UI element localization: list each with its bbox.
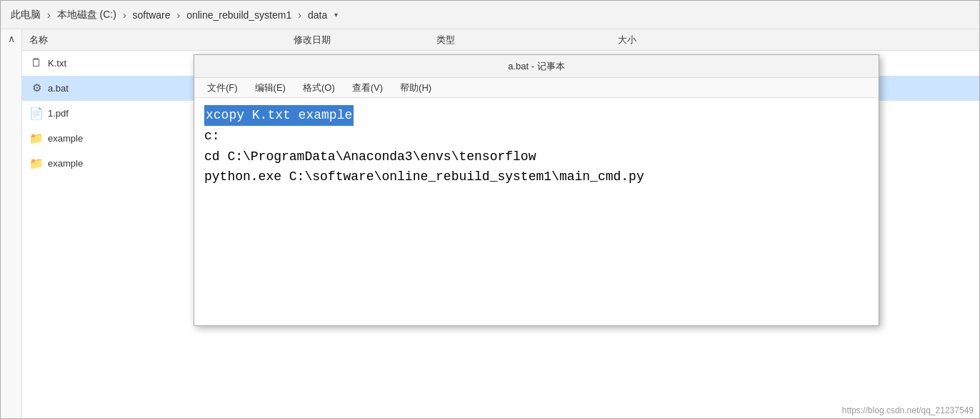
menu-item-view[interactable]: 查看(V): [345, 79, 390, 97]
notepad-window: a.bat - 记事本 文件(F) 编辑(E) 格式(O) 查看(V) 帮助(H…: [194, 54, 879, 326]
file-name-abat: a.bat: [48, 83, 69, 94]
menu-item-file[interactable]: 文件(F): [200, 79, 245, 97]
breadcrumb-sep-2: ›: [123, 9, 126, 21]
breadcrumb-sep-3: ›: [176, 9, 180, 21]
breadcrumb-data[interactable]: data: [305, 8, 330, 22]
main-area: ∧ 名称 修改日期 类型 大小 🗒 K.txt 2020/2/7 10:49: [1, 29, 979, 418]
bat-file-icon: ⚙: [29, 81, 44, 95]
content-line4: python.exe C:\software\online_rebuild_sy…: [204, 169, 644, 184]
col-header-size[interactable]: 大小: [579, 34, 651, 46]
breadcrumb-bar: 此电脑 › 本地磁盘 (C:) › software › online_rebu…: [1, 1, 979, 29]
folder-icon-1: 📁: [29, 131, 44, 145]
menu-item-edit[interactable]: 编辑(E): [248, 79, 293, 97]
watermark: https://blog.csdn.net/qq_21237549: [842, 405, 974, 415]
menu-item-format[interactable]: 格式(O): [296, 79, 342, 97]
pdf-file-icon: 📄: [29, 106, 44, 120]
notepad-content[interactable]: xcopy K.txt example c: cd C:\ProgramData…: [194, 98, 879, 325]
highlighted-line: xcopy K.txt example: [204, 105, 354, 126]
content-line3: cd C:\ProgramData\Anaconda3\envs\tensorf…: [204, 149, 536, 164]
file-name-example1: example: [48, 133, 83, 144]
file-name-1pdf: 1.pdf: [48, 108, 69, 119]
breadcrumb-item-this-pc[interactable]: 此电脑: [8, 7, 44, 23]
sidebar-up-arrow[interactable]: ∧: [8, 33, 15, 44]
col-header-date[interactable]: 修改日期: [294, 34, 436, 46]
breadcrumb-item-local-disk[interactable]: 本地磁盘 (C:): [54, 7, 119, 23]
file-name-example2: example: [48, 158, 83, 169]
breadcrumb-rebuild[interactable]: online_rebuild_system1: [184, 8, 294, 22]
breadcrumb-dropdown-icon[interactable]: ▾: [334, 11, 338, 19]
breadcrumb-this-pc[interactable]: 此电脑: [8, 7, 44, 23]
menu-item-help[interactable]: 帮助(H): [393, 79, 439, 97]
breadcrumb-item-rebuild[interactable]: online_rebuild_system1: [184, 8, 294, 22]
content-line2: c:: [204, 129, 220, 143]
sidebar: ∧: [1, 29, 22, 418]
file-name-ktxt: K.txt: [48, 58, 66, 69]
file-list-container: 名称 修改日期 类型 大小 🗒 K.txt 2020/2/7 10:49 文本文…: [22, 29, 979, 418]
explorer-window: 此电脑 › 本地磁盘 (C:) › software › online_rebu…: [0, 0, 980, 419]
breadcrumb-software[interactable]: software: [130, 8, 174, 22]
breadcrumb-sep-4: ›: [298, 9, 301, 21]
notepad-menu-bar: 文件(F) 编辑(E) 格式(O) 查看(V) 帮助(H): [194, 78, 879, 98]
txt-file-icon: 🗒: [29, 56, 44, 70]
folder-icon-2: 📁: [29, 156, 44, 170]
breadcrumb-sep-1: ›: [47, 9, 51, 21]
col-header-name[interactable]: 名称: [22, 34, 294, 46]
breadcrumb-item-software[interactable]: software: [130, 8, 174, 22]
notepad-title: a.bat - 记事本: [203, 60, 870, 73]
breadcrumb-item-data[interactable]: data ▾: [305, 8, 338, 22]
col-header-type[interactable]: 类型: [436, 34, 579, 46]
column-headers: 名称 修改日期 类型 大小: [22, 29, 979, 51]
breadcrumb-local-disk[interactable]: 本地磁盘 (C:): [54, 7, 119, 23]
notepad-titlebar: a.bat - 记事本: [194, 55, 879, 78]
